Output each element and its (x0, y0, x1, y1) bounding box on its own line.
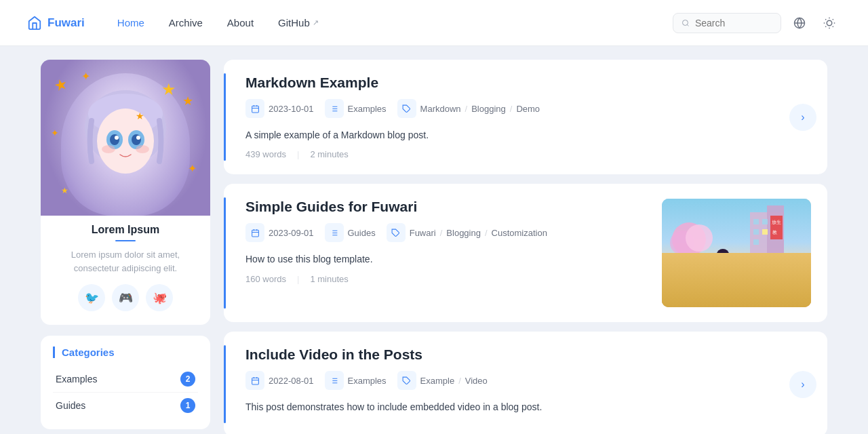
category-name-guides: Guides (56, 400, 85, 411)
category-icon-2 (325, 223, 344, 242)
profile-description: Lorem ipsum dolor sit amet, consectetur … (52, 248, 199, 275)
nav-about[interactable]: About (216, 12, 264, 34)
svg-point-17 (132, 134, 141, 145)
star-decoration-7: ★ (61, 186, 68, 195)
post-category-1: Examples (325, 99, 387, 118)
svg-point-62 (717, 249, 729, 260)
svg-rect-67 (252, 378, 258, 384)
post-card-3: Include Video in the Posts 2022-08-01 (224, 332, 827, 434)
search-box[interactable] (673, 13, 781, 33)
post-left-bar-2 (224, 197, 226, 309)
category-icon-1 (325, 99, 344, 118)
svg-text:★: ★ (136, 111, 144, 121)
svg-line-9 (825, 26, 826, 26)
tag-example-3[interactable]: Example (420, 376, 455, 386)
sidebar: ★ ✦ ★ ✦ ★ ✦ ★ (41, 60, 210, 434)
svg-rect-45 (662, 199, 811, 307)
logo-text: Fuwari (47, 16, 85, 30)
tag-fuwari[interactable]: Fuwari (410, 228, 436, 238)
post-title-1[interactable]: Markdown Example (245, 75, 778, 91)
category-count-examples: 2 (180, 372, 195, 387)
post-thumbnail-2: 放生 教 (662, 199, 811, 307)
svg-rect-53 (753, 239, 759, 245)
svg-point-20 (102, 145, 115, 153)
post-meta-3: 2022-08-01 Examples (245, 371, 778, 390)
social-links: 🐦 🎮 🐙 (52, 284, 199, 311)
post-description-3: This post demonstrates how to include em… (245, 399, 778, 414)
star-decoration-1: ★ (52, 75, 70, 96)
svg-rect-52 (762, 229, 768, 235)
post-left-bar-1 (224, 73, 226, 161)
post-card-1: Markdown Example 2023-10-01 (224, 60, 827, 174)
tag-demo[interactable]: Demo (516, 104, 540, 114)
tag-blogging-2[interactable]: Blogging (446, 228, 481, 238)
profile-info: Lorem Ipsum Lorem ipsum dolor sit amet, … (41, 216, 210, 311)
theme-toggle-button[interactable] (818, 12, 841, 35)
search-icon (682, 18, 690, 28)
svg-point-2 (827, 20, 832, 26)
tag-video[interactable]: Video (465, 376, 488, 386)
github-button[interactable]: 🐙 (146, 284, 173, 311)
svg-line-5 (825, 19, 826, 20)
search-input[interactable] (695, 18, 772, 28)
svg-rect-34 (252, 230, 258, 237)
navbar: Fuwari Home Archive About GitHub ↗ (0, 0, 868, 46)
category-item-guides[interactable]: Guides 1 (53, 393, 198, 418)
svg-point-65 (767, 271, 787, 287)
category-item-examples[interactable]: Examples 2 (53, 366, 198, 393)
category-icon-3 (325, 371, 344, 390)
post-title-3[interactable]: Include Video in the Posts (245, 347, 778, 363)
calendar-icon-1 (245, 99, 264, 118)
svg-rect-60 (690, 253, 694, 270)
post-category-2: Guides (325, 223, 376, 242)
avatar-character: ★ (71, 87, 180, 195)
categories-title: Categories (53, 347, 198, 358)
svg-line-10 (833, 19, 833, 20)
svg-point-18 (115, 136, 119, 140)
post-card-2: Simple Guides for Fuwari 2023-09-01 (224, 184, 827, 322)
post-date-3: 2022-08-01 (245, 371, 314, 390)
svg-point-19 (136, 136, 140, 140)
svg-point-16 (110, 134, 119, 145)
nav-home[interactable]: Home (106, 12, 155, 34)
twitter-button[interactable]: 🐦 (78, 284, 105, 311)
language-button[interactable] (788, 12, 811, 35)
post-arrow-3[interactable]: › (789, 371, 816, 398)
post-tags-3: Example / Video (397, 371, 488, 390)
svg-point-13 (97, 108, 154, 174)
post-content-3: Include Video in the Posts 2022-08-01 (240, 347, 778, 421)
tag-markdown[interactable]: Markdown (420, 104, 461, 114)
tag-icon-1 (397, 99, 416, 118)
category-count-guides: 1 (180, 398, 195, 413)
post-tags-1: Markdown / Blogging / Demo (397, 99, 540, 118)
svg-point-64 (715, 276, 731, 281)
post-arrow-1[interactable]: › (789, 104, 816, 131)
profile-divider (115, 240, 136, 241)
profile-name: Lorem Ipsum (52, 224, 199, 236)
svg-rect-46 (662, 267, 811, 307)
post-stats-2: 160 words | 1 minutes (245, 274, 651, 284)
tag-blogging-1[interactable]: Blogging (471, 104, 506, 114)
thumbnail-scene: 放生 教 (662, 199, 811, 307)
svg-point-66 (784, 276, 797, 287)
svg-point-21 (136, 145, 149, 153)
avatar-image: ★ ✦ ★ ✦ ★ ✦ ★ (41, 60, 210, 216)
post-title-2[interactable]: Simple Guides for Fuwari (245, 199, 651, 215)
svg-rect-51 (753, 229, 759, 235)
home-icon (27, 16, 42, 31)
svg-point-0 (682, 20, 688, 25)
post-left-bar-3 (224, 345, 226, 422)
logo[interactable]: Fuwari (27, 16, 85, 31)
svg-rect-23 (252, 106, 258, 113)
post-meta-1: 2023-10-01 Examples (245, 99, 778, 118)
tag-customization[interactable]: Customization (492, 228, 547, 238)
svg-rect-50 (762, 219, 768, 224)
post-description-1: A simple example of a Markdown blog post… (245, 127, 778, 142)
svg-text:教: 教 (772, 230, 777, 235)
nav-github[interactable]: GitHub ↗ (267, 12, 330, 34)
nav-archive[interactable]: Archive (158, 12, 214, 34)
steam-button[interactable]: 🎮 (112, 284, 139, 311)
post-meta-2: 2023-09-01 Guides (245, 223, 651, 242)
posts-list: Markdown Example 2023-10-01 (224, 60, 827, 434)
categories-card: Categories Examples 2 Guides 1 (41, 336, 210, 429)
